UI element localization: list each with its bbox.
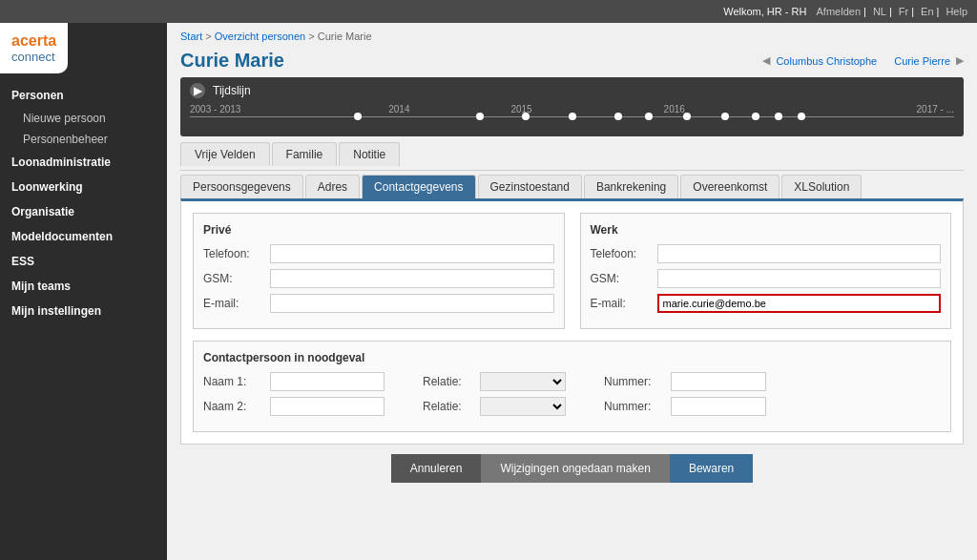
- timeline-dot-3[interactable]: [522, 113, 530, 120]
- timeline-dot-2[interactable]: [476, 113, 484, 120]
- contact-columns: Privé Telefoon: GSM: E-mail:: [193, 213, 951, 329]
- emergency-row-1: Naam 1: Relatie: Nummer:: [203, 372, 941, 391]
- timeline-dot-8[interactable]: [721, 113, 729, 120]
- werk-gsm-input[interactable]: [657, 269, 942, 288]
- logo-acerta: acerta: [11, 32, 56, 50]
- nummer2-input[interactable]: [671, 397, 766, 416]
- timeline-period-2: 2014: [388, 104, 409, 114]
- emergency-section: Contactpersoon in noodgeval Naam 1: Rela…: [193, 341, 951, 432]
- timeline-header: ▶ Tijdslijn: [190, 83, 954, 98]
- main-content: Start > Overzicht personen > Curie Marie…: [167, 23, 977, 560]
- tab-xlsolution[interactable]: XLSolution: [781, 175, 862, 198]
- werk-gsm-row: GSM:: [591, 269, 942, 288]
- tab-vrije-velden[interactable]: Vrije Velden: [180, 142, 270, 166]
- timeline-dot-6[interactable]: [645, 113, 653, 120]
- timeline-dot-7[interactable]: [683, 113, 691, 120]
- tab-overeenkomst[interactable]: Overeenkomst: [680, 175, 780, 198]
- prive-gsm-row: GSM:: [203, 269, 554, 288]
- tab-adres[interactable]: Adres: [305, 175, 360, 198]
- werk-title: Werk: [591, 223, 942, 237]
- tab-contactgegevens[interactable]: Contactgegevens: [362, 175, 475, 198]
- breadcrumb-overzicht[interactable]: Overzicht personen: [215, 31, 305, 42]
- page-title: Curie Marie: [180, 50, 284, 72]
- werk-telefoon-row: Telefoon:: [591, 244, 942, 263]
- prive-section: Privé Telefoon: GSM: E-mail:: [193, 213, 565, 329]
- werk-email-input[interactable]: [657, 294, 942, 313]
- lang-en[interactable]: En: [921, 6, 933, 17]
- help-link[interactable]: Help: [946, 6, 967, 17]
- werk-telefoon-label: Telefoon:: [591, 247, 657, 260]
- timeline-play-button[interactable]: ▶: [190, 83, 205, 98]
- prive-email-input[interactable]: [270, 294, 554, 313]
- naam1-input[interactable]: [270, 372, 385, 391]
- sidebar-item-personenbeheer[interactable]: Personenbeheer: [0, 129, 167, 150]
- timeline-period-1: 2003 - 2013: [190, 104, 240, 114]
- prive-telefoon-input[interactable]: [270, 244, 554, 263]
- tab-bankrekening[interactable]: Bankrekening: [584, 175, 678, 198]
- timeline-period-4: 2016: [664, 104, 685, 114]
- sidebar-section-loonwerking[interactable]: Loonwerking: [0, 175, 167, 199]
- relatie2-label: Relatie:: [423, 400, 470, 413]
- undo-button[interactable]: Wijzigingen ongedaan maken: [481, 454, 669, 483]
- top-bar: Welkom, HR - RH Afmelden | NL | Fr | En …: [0, 0, 977, 23]
- prive-gsm-label: GSM:: [203, 272, 270, 285]
- prev-arrow-icon[interactable]: ◀: [762, 54, 770, 67]
- timeline-dot-5[interactable]: [614, 113, 622, 120]
- sidebar-section-mijn-teams[interactable]: Mijn teams: [0, 274, 167, 299]
- prive-email-label: E-mail:: [203, 297, 270, 310]
- logo-connect: connect: [11, 50, 56, 64]
- relatie1-select[interactable]: [480, 372, 566, 391]
- timeline: ▶ Tijdslijn 2003 - 2013 2014 2015 2016 2…: [180, 77, 964, 136]
- lang-fr[interactable]: Fr: [899, 6, 908, 17]
- nummer2-label: Nummer:: [604, 400, 661, 413]
- tab-persoonsgegevens[interactable]: Persoonsgegevens: [180, 175, 303, 198]
- save-button[interactable]: Bewaren: [670, 454, 753, 483]
- prev-person-link[interactable]: Columbus Christophe: [776, 55, 877, 67]
- sidebar: acerta connect Personen Nieuwe persoon P…: [0, 23, 167, 560]
- tab-gezinstoestand[interactable]: Gezinstoestand: [478, 175, 582, 198]
- werk-email-row: E-mail:: [591, 294, 942, 313]
- timeline-dot-1[interactable]: [354, 113, 362, 120]
- lang-nl[interactable]: NL: [873, 6, 886, 17]
- sidebar-section-loonadministratie[interactable]: Loonadministratie: [0, 150, 167, 175]
- afmelden-link[interactable]: Afmelden: [817, 6, 861, 17]
- breadcrumb-start[interactable]: Start: [180, 31, 202, 42]
- emergency-title: Contactpersoon in noodgeval: [203, 351, 941, 364]
- prive-telefoon-row: Telefoon:: [203, 244, 554, 263]
- werk-section: Werk Telefoon: GSM: E-mail:: [580, 213, 952, 329]
- naam1-label: Naam 1:: [203, 375, 260, 388]
- tab-notitie[interactable]: Notitie: [339, 142, 400, 166]
- sidebar-item-nieuwe-persoon[interactable]: Nieuwe persoon: [0, 108, 167, 129]
- timeline-label: Tijdslijn: [213, 84, 251, 97]
- prive-gsm-input[interactable]: [270, 269, 554, 288]
- next-arrow-icon[interactable]: ▶: [956, 54, 964, 67]
- timeline-dot-11[interactable]: [798, 113, 805, 120]
- relatie1-label: Relatie:: [423, 375, 470, 388]
- tab-familie[interactable]: Familie: [272, 142, 338, 166]
- breadcrumb-current: Curie Marie: [318, 31, 372, 42]
- timeline-dot-10[interactable]: [775, 113, 782, 120]
- nummer1-input[interactable]: [671, 372, 766, 391]
- prive-telefoon-label: Telefoon:: [203, 247, 270, 260]
- tabs-row-2: Persoonsgegevens Adres Contactgegevens G…: [167, 175, 977, 198]
- prive-email-row: E-mail:: [203, 294, 554, 313]
- next-person-link[interactable]: Curie Pierre: [894, 55, 950, 67]
- naam2-input[interactable]: [270, 397, 385, 416]
- relatie2-select[interactable]: [480, 397, 566, 416]
- timeline-dot-9[interactable]: [752, 113, 759, 120]
- sidebar-section-organisatie[interactable]: Organisatie: [0, 199, 167, 224]
- sidebar-section-modeldocumenten[interactable]: Modeldocumenten: [0, 224, 167, 249]
- tab1-divider: [180, 170, 964, 171]
- breadcrumb: Start > Overzicht personen > Curie Marie: [167, 23, 977, 46]
- werk-telefoon-input[interactable]: [657, 244, 942, 263]
- emergency-row-2: Naam 2: Relatie: Nummer:: [203, 397, 941, 416]
- page-title-bar: Curie Marie ◀ Columbus Christophe Curie …: [167, 46, 977, 77]
- timeline-dot-4[interactable]: [569, 113, 576, 120]
- sidebar-section-ess[interactable]: ESS: [0, 249, 167, 274]
- werk-gsm-label: GSM:: [591, 272, 657, 285]
- cancel-button[interactable]: Annuleren: [391, 454, 482, 483]
- sidebar-section-personen[interactable]: Personen: [0, 83, 167, 108]
- prive-title: Privé: [203, 223, 554, 237]
- welcome-text: Welkom, HR - RH: [723, 6, 806, 17]
- sidebar-section-mijn-instellingen[interactable]: Mijn instellingen: [0, 299, 167, 323]
